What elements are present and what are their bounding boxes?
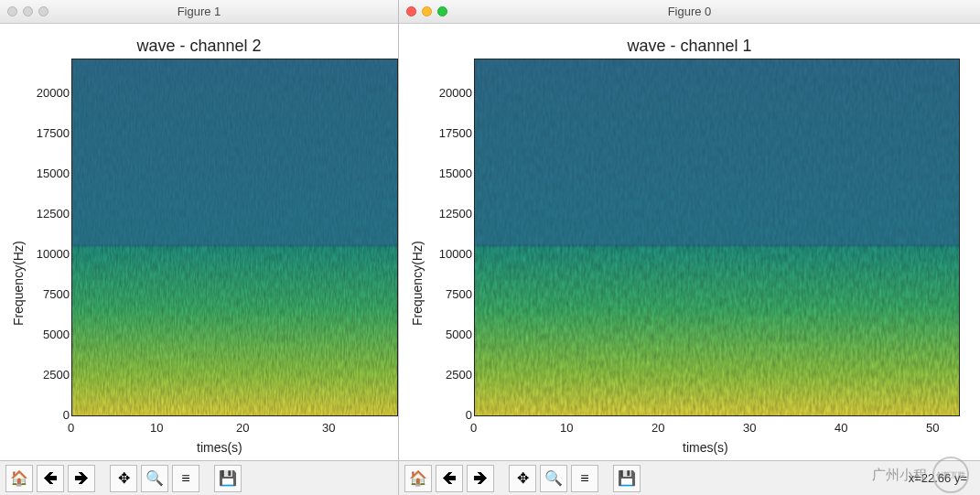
x-tick: 20 [236,421,249,435]
svg-rect-2 [72,59,397,244]
matplotlib-toolbar: 🏠 🡸 🡺 ✥ 🔍 ≡ 💾 [0,460,398,495]
sliders-icon: ≡ [181,470,189,487]
window-title: Figure 0 [668,5,712,18]
y-tick: 10000 [432,247,472,261]
x-tick: 30 [743,421,756,435]
y-tick: 15000 [432,167,472,180]
save-icon: 💾 [618,469,636,487]
y-tick: 7500 [37,287,70,301]
y-tick: 17500 [432,126,472,140]
x-tick: 0 [470,421,477,435]
y-tick: 2500 [439,368,472,382]
window-controls [406,6,447,16]
zoom-icon[interactable] [38,6,48,16]
arrow-left-icon: 🡸 [43,470,58,487]
magnify-icon: 🔍 [544,469,563,487]
y-tick: 15000 [29,167,70,180]
y-tick: 5000 [439,328,472,341]
x-tick: 20 [652,421,664,435]
save-icon: 💾 [219,469,237,487]
y-tick: 12500 [432,207,472,221]
spectrogram-image [72,59,397,415]
pan-button[interactable]: ✥ [509,465,536,492]
zoom-icon[interactable] [437,6,447,16]
close-icon[interactable] [7,6,17,16]
figure-canvas[interactable]: wave - channel 1 Frequency(Hz) times(s) [399,24,980,460]
y-tick: 5000 [37,328,70,341]
x-tick: 0 [68,421,74,435]
close-icon[interactable] [406,6,416,16]
figure-canvas[interactable]: wave - channel 2 Frequency(Hz) times(s) [0,24,398,460]
x-tick: 30 [322,421,335,435]
configure-button[interactable]: ≡ [571,465,598,492]
move-icon: ✥ [517,469,529,487]
minimize-icon[interactable] [422,6,432,16]
axes [71,59,398,416]
y-tick: 20000 [432,86,472,100]
back-button[interactable]: 🡸 [37,465,64,492]
home-button[interactable]: 🏠 [5,465,33,492]
home-icon: 🏠 [409,469,427,487]
titlebar[interactable]: Figure 0 [399,0,980,24]
x-tick: 40 [835,421,847,435]
arrow-right-icon: 🡺 [473,470,488,487]
figure-0-window: Figure 0 wave - channel 1 Frequency(Hz) … [398,0,980,495]
arrow-right-icon: 🡺 [74,470,89,487]
figure-1-window: Figure 1 wave - channel 2 Frequency(Hz) … [0,0,398,495]
plot-title: wave - channel 1 [399,37,980,56]
zoom-button[interactable]: 🔍 [141,465,168,492]
home-icon: 🏠 [10,469,28,487]
watermark-text: 广州小程 [872,467,927,484]
svg-rect-5 [475,59,959,244]
y-tick: 0 [463,408,472,422]
y-tick: 20000 [29,86,70,100]
home-button[interactable]: 🏠 [404,465,432,492]
minimize-icon[interactable] [23,6,33,16]
zoom-button[interactable]: 🔍 [540,465,567,492]
save-button[interactable]: 💾 [613,465,641,492]
titlebar[interactable]: Figure 1 [0,0,398,24]
pan-button[interactable]: ✥ [110,465,137,492]
x-tick: 10 [150,421,163,435]
move-icon: ✥ [118,469,130,487]
watermark: 广州小程 创新互联 [872,457,969,493]
magnify-icon: 🔍 [145,469,164,487]
x-tick: 50 [926,421,939,435]
y-axis-label: Frequency(Hz) [11,241,26,326]
arrow-left-icon: 🡸 [442,470,457,487]
y-axis-label: Frequency(Hz) [410,241,425,326]
forward-button[interactable]: 🡺 [467,465,494,492]
watermark-badge-icon: 创新互联 [932,457,969,493]
y-tick: 10000 [29,247,70,261]
y-tick: 2500 [37,368,70,382]
save-button[interactable]: 💾 [214,465,242,492]
back-button[interactable]: 🡸 [436,465,463,492]
y-tick: 12500 [29,207,70,221]
y-tick: 7500 [439,287,472,301]
y-tick: 17500 [29,126,70,140]
window-title: Figure 1 [178,5,221,18]
axes [474,59,960,416]
configure-button[interactable]: ≡ [172,465,199,492]
x-axis-label: times(s) [197,440,242,455]
y-tick: 0 [60,408,70,422]
x-tick: 10 [560,421,573,435]
x-axis-label: times(s) [683,440,728,455]
window-controls [7,6,48,16]
plot-title: wave - channel 2 [0,37,398,56]
forward-button[interactable]: 🡺 [68,465,95,492]
sliders-icon: ≡ [580,470,588,487]
spectrogram-image [475,59,959,415]
